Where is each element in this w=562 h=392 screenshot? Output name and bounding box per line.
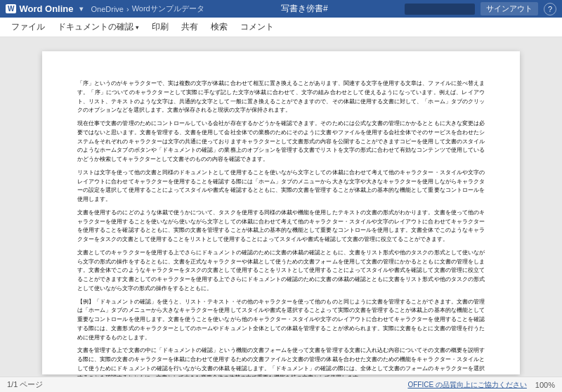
menu-bar: ファイル ドキュメントの確認 印刷 共有 検索 コメント bbox=[0, 18, 562, 37]
help-button[interactable]: ? bbox=[544, 3, 556, 15]
breadcrumb: OneDrive › Wordサンプルデータ bbox=[91, 4, 204, 14]
app-dropdown-arrow[interactable]: ▾ bbox=[79, 5, 83, 13]
breadcrumb-folder[interactable]: Wordサンプルデータ bbox=[132, 4, 204, 14]
right-status-area: OFFICE の品質向上にご協力ください 100% bbox=[407, 380, 555, 390]
menu-search[interactable]: 検索 bbox=[205, 18, 233, 36]
page-count: 1/1 ページ bbox=[7, 379, 43, 390]
breadcrumb-separator: › bbox=[126, 5, 129, 13]
document-body: 「序」というのがキャラクターで、実は複数の文字が体裁に合わせて相互に置き換えるこ… bbox=[77, 79, 485, 377]
app-name-label: Word Online bbox=[19, 4, 73, 14]
breadcrumb-drive[interactable]: OneDrive bbox=[91, 5, 124, 13]
status-bar: 1/1 ページ OFFICE の品質向上にご協力ください 100% bbox=[0, 377, 562, 392]
menu-share[interactable]: 共有 bbox=[176, 18, 204, 36]
signout-button[interactable]: サインアウト bbox=[481, 2, 538, 15]
menu-print[interactable]: 印刷 bbox=[146, 18, 174, 36]
title-bar-actions: サインアウト ? bbox=[405, 2, 556, 15]
menu-file[interactable]: ファイル bbox=[6, 18, 51, 36]
zoom-level: 100% bbox=[535, 381, 555, 389]
menu-comment[interactable]: コメント bbox=[235, 18, 280, 36]
account-placeholder bbox=[405, 4, 475, 15]
document-title: 写書き傍書# bbox=[204, 3, 405, 15]
document-page: 「序」というのがキャラクターで、実は複数の文字が体裁に合わせて相互に置き換えるこ… bbox=[42, 51, 520, 374]
word-logo-icon: W bbox=[6, 4, 16, 13]
office-quality-link[interactable]: OFFICE の品質向上にご協力ください bbox=[407, 380, 526, 390]
menu-document-check[interactable]: ドキュメントの確認 bbox=[52, 18, 145, 36]
document-area[interactable]: 「序」というのがキャラクターで、実は複数の文字が体裁に合わせて相互に置き換えるこ… bbox=[0, 37, 562, 377]
app-logo-area: W Word Online ▾ bbox=[6, 4, 83, 14]
title-bar: W Word Online ▾ OneDrive › Wordサンプルデータ 写… bbox=[0, 0, 562, 18]
